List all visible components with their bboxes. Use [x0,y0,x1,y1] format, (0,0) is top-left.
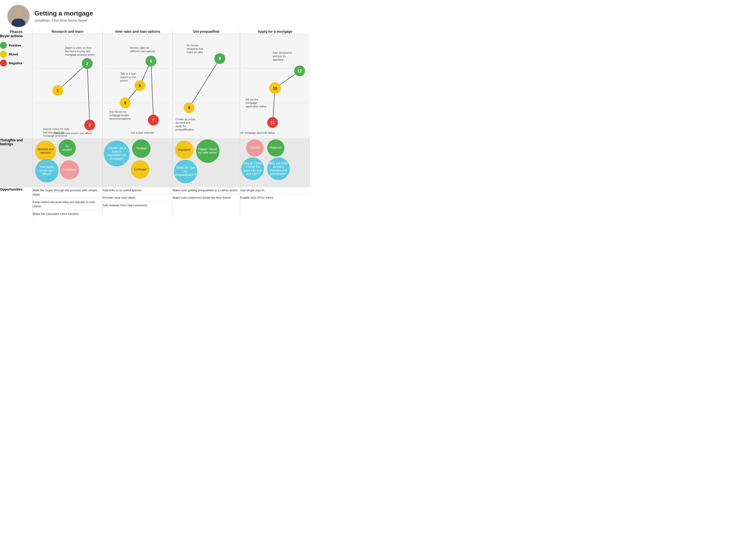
svg-text:Get a loan estimate: Get a loan estimate [130,131,154,134]
bubble-relieved: Relieved [267,139,285,157]
phase-rates: View rates and loan options [103,30,173,34]
opps-prequalified: Make sure getting prequalified is a call… [173,187,240,218]
opps-apply: Use single sign-in Enable auto-fill for … [240,187,310,218]
buyer-actions-label: Buyer actions Positive Mixed Negative [0,34,33,138]
thoughts-prequalified: Impatient Happy I found my new home! Whe… [173,138,240,187]
opps-rates: Add links to to useful articles Provide … [103,187,173,218]
bubble-frustrated: Frustrated [60,160,79,179]
svg-line-7 [87,64,89,125]
svg-text:Review rates for
            d: Review rates for different loan options [130,46,155,53]
opp-item: Provide clear next steps [103,195,173,201]
svg-text:1: 1 [56,89,59,93]
header: Getting a mortgage Jonathan: First time … [0,0,310,30]
chart-apply: 10 Fill out the mortgage application onl… [240,34,310,138]
svg-text:Go house
            shopping : Go house shopping and make an offer [187,44,203,54]
journey-map: Phases Research and learn View rates and… [0,30,310,218]
thoughts-research: Worried and nervous So excited! How much… [33,138,103,187]
svg-line-6 [58,64,87,91]
opp-item: Make the calculator more intuitive [33,211,103,217]
svg-text:9: 9 [219,57,221,61]
svg-line-21 [151,61,153,120]
bubble-confused: Confused [131,160,149,179]
legend-positive: Positive [0,42,33,49]
phase-headers: Phases Research and learn View rates and… [0,30,310,34]
opp-item: Add reviews from real customers [103,202,173,209]
opps-label: Opportunities [0,187,33,218]
positive-dot [0,42,7,49]
svg-text:5: 5 [139,84,141,88]
bubble-worried: Worried and nervous [35,141,56,162]
opp-item: Make sure customers know the time frame [173,195,240,201]
bubble-howmuch: How much home can I afford? [35,159,59,182]
legend-mixed: Mixed [0,51,33,58]
opp-item: Make sure getting prequalified is a call… [173,187,240,194]
opp-item: Keep videos because they are popular to … [33,199,103,210]
opp-item: Enable auto-fill for forms [240,195,310,201]
opportunities-row: Opportunities Walk the buyer through the… [0,187,310,218]
buyer-actions-row: Buyer actions Positive Mixed Negative [0,34,310,138]
svg-text:Check mortgage approval status: Check mortgage approval status [240,131,275,134]
svg-text:11: 11 [270,120,275,125]
svg-line-36 [189,59,220,108]
phase-research: Research and learn [33,30,103,34]
thoughts-rates: Should I get a fixed or adjustable rate … [103,138,173,187]
page-title: Getting a mortgage [34,10,93,17]
legend-negative: Negative [0,60,33,67]
phase-apply: Apply for a mortgage [240,30,310,34]
bubble-whendo: When do I get my prequalification? [174,160,197,183]
svg-text:Ask friends for
            mo: Ask friends for mortgage lender recommen… [109,110,131,120]
bubble-websites: Why are there so many websites and passw… [267,158,290,180]
svg-text:2: 2 [86,62,88,66]
thoughts-row: Thoughts and feelings Worried and nervou… [0,138,310,187]
svg-text:7: 7 [152,118,154,123]
bubble-fixed: Should I get a fixed or adjustable rate … [104,141,130,167]
thoughts-apply: Irritated Relieved Why do I have to ente… [240,138,310,187]
svg-text:12: 12 [297,69,302,73]
svg-text:Calculate how much I can affor: Calculate how much I can afford [53,132,92,135]
phases-label: Phases [0,30,33,34]
svg-text:Watch a video on how
         : Watch a video on how the home buying and… [65,46,95,56]
thoughts-label: Thoughts and feelings [0,138,33,187]
bubble-excited: So excited! [59,139,76,157]
bubble-irritated: Irritated [246,139,263,157]
bubble-sameinfo: Why do I have to enter the same info ove… [241,158,264,180]
bubble-happy: Happy I found my new home! [196,139,220,163]
svg-text:8: 8 [188,106,190,110]
svg-text:3: 3 [88,123,91,127]
chart-rates: 4 Ask friends for mortgage lender recomm… [103,34,173,138]
phase-prequalified: Get prequalified [173,30,240,34]
chart-research: 1 Search online for help learning about … [33,34,103,138]
opp-item: Use single sign-in [240,187,310,194]
opp-item: Walk the buyer through the process with … [33,187,103,198]
chart-prequalified: 8 Create an online account and apply for… [173,34,240,138]
svg-text:Create an online
            a: Create an online account and apply for p… [176,118,196,131]
svg-text:6: 6 [150,59,152,63]
svg-text:4: 4 [124,101,126,105]
bubble-thrilled: Thrilled! [132,139,151,158]
bubble-impatient: Impatient [175,141,194,159]
mixed-dot [0,51,7,58]
negative-dot [0,60,7,67]
svg-text:Sign documents
            and: Sign documents and pay for appraisal [273,51,293,61]
svg-text:Talk to a loan
            exp: Talk to a loan expert on the phone [120,72,137,82]
page-subtitle: Jonathan: First time home buyer [34,18,93,23]
avatar [7,5,30,27]
svg-text:10: 10 [273,86,277,91]
opps-research: Walk the buyer through the process with … [33,187,103,218]
opp-item: Add links to to useful articles [103,187,173,194]
